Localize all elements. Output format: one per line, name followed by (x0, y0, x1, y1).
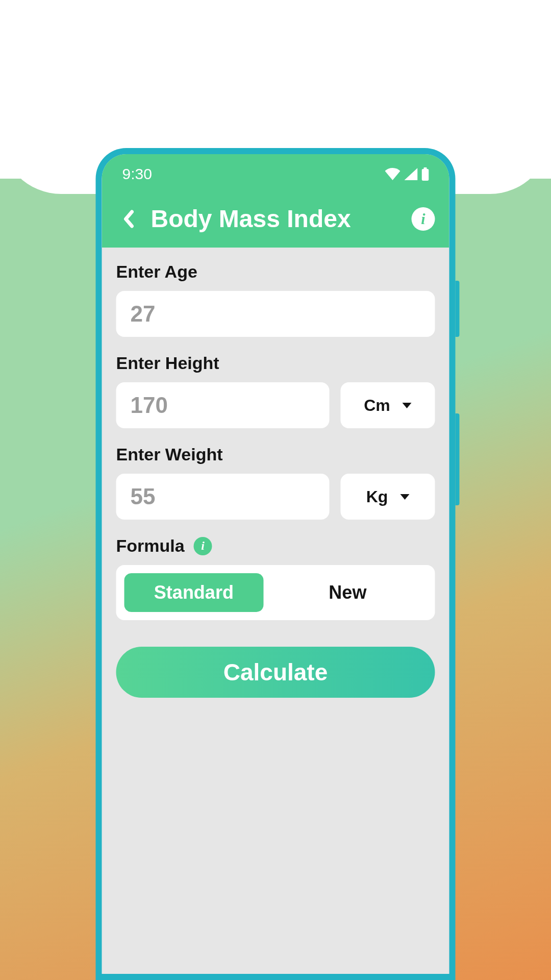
info-icon: i (201, 539, 205, 553)
status-bar: 9:30 (102, 154, 449, 194)
weight-label: Enter Weight (116, 445, 435, 464)
info-icon: i (421, 210, 425, 228)
formula-info-button[interactable]: i (194, 537, 212, 555)
back-button[interactable] (116, 207, 141, 231)
info-button[interactable]: i (412, 207, 435, 231)
page-title: Body Mass Index (151, 205, 402, 233)
height-input[interactable]: 170 (116, 382, 330, 428)
formula-option-standard[interactable]: Standard (124, 573, 264, 612)
chevron-down-icon (403, 403, 412, 408)
height-field: Enter Height 170 Cm (116, 353, 435, 428)
phone-side-button (456, 281, 460, 337)
svg-rect-1 (424, 167, 427, 169)
formula-segmented-control: Standard New (116, 565, 435, 620)
height-label: Enter Height (116, 353, 435, 373)
status-time: 9:30 (122, 165, 152, 183)
status-icons (385, 167, 429, 181)
form-content: Enter Age 27 Enter Height 170 Cm Enter W… (102, 248, 449, 974)
weight-unit-value: Kg (366, 487, 388, 506)
battery-icon (422, 167, 429, 181)
chevron-left-icon (123, 210, 134, 228)
age-field: Enter Age 27 (116, 262, 435, 337)
calculate-button[interactable]: Calculate (116, 647, 435, 698)
app-bar: Body Mass Index i (102, 194, 449, 248)
height-unit-value: Cm (364, 396, 390, 415)
signal-icon (405, 168, 418, 180)
age-label: Enter Age (116, 262, 435, 282)
formula-option-new[interactable]: New (268, 573, 427, 612)
weight-unit-select[interactable]: Kg (341, 474, 435, 520)
wifi-icon (385, 168, 400, 180)
height-unit-select[interactable]: Cm (341, 382, 435, 428)
weight-field: Enter Weight 55 Kg (116, 445, 435, 520)
formula-label-text: Formula (116, 536, 185, 556)
phone-frame: 9:30 Body Mass Index i Enter Age 27 (96, 148, 456, 980)
phone-side-button (456, 413, 460, 505)
svg-rect-0 (422, 169, 429, 181)
chevron-down-icon (400, 494, 409, 500)
formula-label: Formula i (116, 536, 435, 556)
weight-input[interactable]: 55 (116, 474, 330, 520)
phone-screen: 9:30 Body Mass Index i Enter Age 27 (102, 154, 449, 974)
age-input[interactable]: 27 (116, 291, 435, 337)
formula-field: Formula i Standard New (116, 536, 435, 620)
